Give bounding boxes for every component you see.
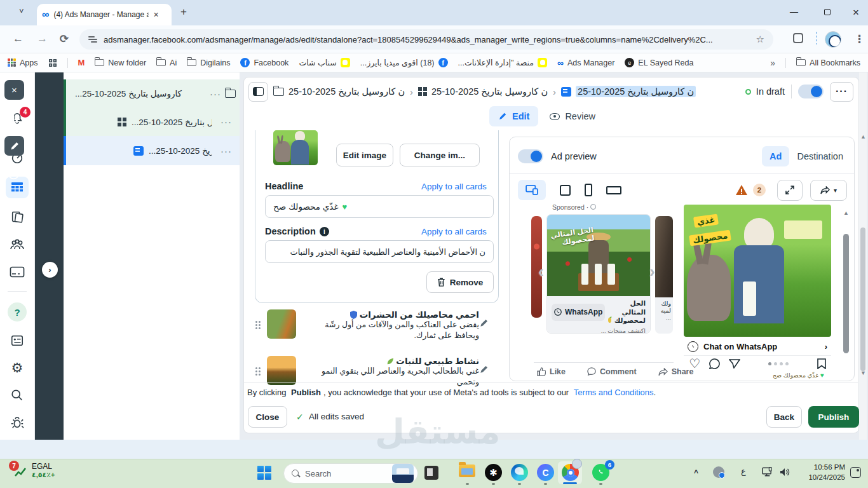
page-scrollbar[interactable]: ▲ ▼	[859, 72, 867, 440]
square-format-button[interactable]	[560, 185, 571, 196]
remove-card-button[interactable]: Remove	[426, 271, 494, 293]
adset-row[interactable]: ...وسيل بتاريخ 2025-10-25 ···	[64, 107, 240, 136]
bookmark-snapchat[interactable]: سناب شات	[299, 58, 349, 67]
reload-button[interactable]: ⟳	[60, 32, 69, 46]
carousel-card-item[interactable]: احمي محاصيلك من الحشرات يقضي على العناكب…	[255, 309, 489, 341]
volume-tray-icon[interactable]	[779, 467, 790, 480]
expand-preview-button[interactable]	[777, 180, 803, 201]
headline-input[interactable]: غذّي محصولك صح ♥	[265, 195, 494, 218]
history-clock-icon[interactable]	[7, 167, 20, 183]
tab-search-chevron-icon[interactable]: ˅	[19, 6, 24, 16]
taskbar-app-dark-icon[interactable]	[424, 466, 438, 480]
share-preview-button[interactable]: ▾	[810, 180, 847, 201]
bookmark-digilains[interactable]: Digilains	[187, 58, 230, 67]
extensions-puzzle-icon[interactable]	[793, 33, 803, 43]
edit-pencil-icon[interactable]	[4, 136, 24, 156]
forward-button[interactable]: →	[37, 32, 48, 45]
close-button[interactable]: Close	[248, 406, 287, 428]
inner-scrollbar-thumb[interactable]	[843, 234, 849, 353]
browser-menu-icon[interactable]: ⋮	[854, 32, 865, 46]
tab-review[interactable]: Review	[547, 106, 598, 126]
bookmark-facebook[interactable]: fFacebook	[240, 58, 288, 67]
comment-button[interactable]: Comment	[587, 367, 637, 376]
description-apply-all-link[interactable]: Apply to all cards	[421, 227, 487, 236]
campaign-row[interactable]: ...كاروسيل بتاريخ 2025-10-25 ···	[64, 79, 240, 107]
more-options-button[interactable]: ···	[830, 82, 853, 102]
bookmark-ai[interactable]: Ai	[156, 58, 177, 67]
bookmark-ads-manager[interactable]: ∞Ads Manager	[557, 58, 614, 68]
tab-destination[interactable]: Destination	[797, 151, 843, 161]
back-button[interactable]: ←	[13, 32, 24, 45]
bookmark-icon[interactable]	[817, 358, 826, 369]
audiences-icon[interactable]	[8, 236, 27, 253]
tab-edit[interactable]: Edit	[489, 106, 538, 126]
window-close-button[interactable]: ×	[853, 6, 859, 19]
search-icon[interactable]	[8, 387, 27, 403]
apps-shortcut[interactable]: Apps	[8, 58, 38, 67]
browser-profile-avatar[interactable]	[825, 31, 841, 48]
change-image-button[interactable]: Change im...	[400, 144, 480, 166]
search-highlight-ship-icon[interactable]	[392, 464, 414, 483]
ad-preview-toggle[interactable]	[518, 149, 543, 163]
share-plane-icon[interactable]	[729, 358, 740, 369]
carousel-right-arrow[interactable]: ›	[649, 262, 655, 281]
comment-icon[interactable]	[709, 358, 720, 369]
edit-image-button[interactable]: Edit image	[336, 144, 393, 166]
url-text[interactable]: adsmanager.facebook.com/adsmanager/manag…	[104, 35, 750, 44]
edge-icon[interactable]	[511, 464, 528, 481]
scrollbar-thumb[interactable]	[860, 227, 865, 371]
site-settings-icon[interactable]	[88, 36, 97, 43]
warning-icon[interactable]	[735, 184, 748, 196]
terms-link[interactable]: Terms and Conditions	[574, 388, 654, 397]
taskbar-search[interactable]: Search	[283, 463, 418, 484]
story-cta-bar[interactable]: Chat on WhatsApp ›	[684, 338, 831, 356]
bookmarks-overflow-icon[interactable]: »	[770, 58, 775, 68]
network-tray-icon[interactable]	[761, 467, 773, 480]
adset-menu-icon[interactable]: ···	[220, 116, 232, 127]
all-devices-format-button[interactable]	[518, 180, 546, 200]
bookmark-new-folder[interactable]: New folder	[95, 58, 146, 67]
tab-groups-icon[interactable]	[49, 59, 57, 67]
ad-active-toggle[interactable]	[798, 85, 824, 98]
settings-gear-icon[interactable]: ⚙	[8, 360, 27, 376]
description-input[interactable]: ن الأحماض الأمينية والعناصر الطبيعية لتق…	[265, 240, 494, 263]
address-bar[interactable]: adsmanager.facebook.com/adsmanager/manag…	[79, 29, 773, 50]
tab-ad[interactable]: Ad	[762, 146, 789, 166]
heart-like-icon[interactable]: ♡	[689, 356, 700, 371]
performance-chart-icon[interactable]	[7, 112, 21, 128]
scroll-up-icon[interactable]: ▲	[860, 133, 866, 140]
tab-close-icon[interactable]: ×	[153, 10, 158, 20]
collapse-panel-button[interactable]	[248, 82, 268, 102]
warning-count-badge[interactable]: 2	[753, 184, 766, 196]
breadcrumb-adset[interactable]: ن كاروسيل بتاريخ 2025-10-25	[418, 86, 548, 97]
bookmark-el-sayed[interactable]: eEL Sayed Reda	[625, 58, 693, 67]
breadcrumb-campaign[interactable]: ن كاروسيل بتاريخ 2025-10-25	[273, 86, 405, 97]
story-format-button[interactable]	[585, 184, 592, 196]
carousel-left-arrow[interactable]: ‹	[538, 262, 544, 281]
close-editor-button[interactable]: ×	[4, 80, 24, 100]
language-indicator[interactable]: ع	[741, 466, 746, 476]
drag-handle-icon[interactable]	[255, 321, 261, 329]
like-button[interactable]: Like	[537, 367, 566, 376]
c-app-icon[interactable]: C	[537, 464, 554, 481]
publish-button[interactable]: Publish	[808, 406, 859, 428]
edit-card-pencil-icon[interactable]	[479, 365, 489, 377]
banner-format-button[interactable]	[606, 186, 621, 194]
all-bookmarks[interactable]: All Bookmarks	[796, 58, 860, 67]
back-button-footer[interactable]: Back	[766, 406, 802, 428]
drag-handle-icon[interactable]	[255, 367, 261, 376]
campaign-menu-icon[interactable]: ···	[210, 88, 221, 99]
bookmark-gmail[interactable]: M	[78, 58, 85, 67]
bookmark-media-buyers[interactable]: f(18) اقوى ميديا بايرز...	[360, 58, 448, 67]
inner-scroll-up-icon[interactable]: ▲	[843, 210, 849, 216]
taskbar-clock[interactable]: 10:56 PM 10/24/2025	[796, 463, 845, 482]
chatgpt-icon[interactable]: ✱	[485, 464, 502, 481]
bookmark-star-icon[interactable]: ☆	[756, 34, 764, 45]
report-bug-icon[interactable]	[8, 414, 27, 431]
start-button[interactable]	[257, 466, 271, 480]
stock-widget[interactable]: 7 EGAL ٤,٥٤٪+	[14, 462, 55, 479]
info-icon[interactable]: i	[320, 227, 329, 236]
ad-menu-icon[interactable]: ···	[220, 146, 232, 156]
window-minimize-button[interactable]: —	[790, 7, 798, 17]
breadcrumb-ad[interactable]: ن كاروسيل بتاريخ 2025-10-25	[561, 86, 696, 97]
